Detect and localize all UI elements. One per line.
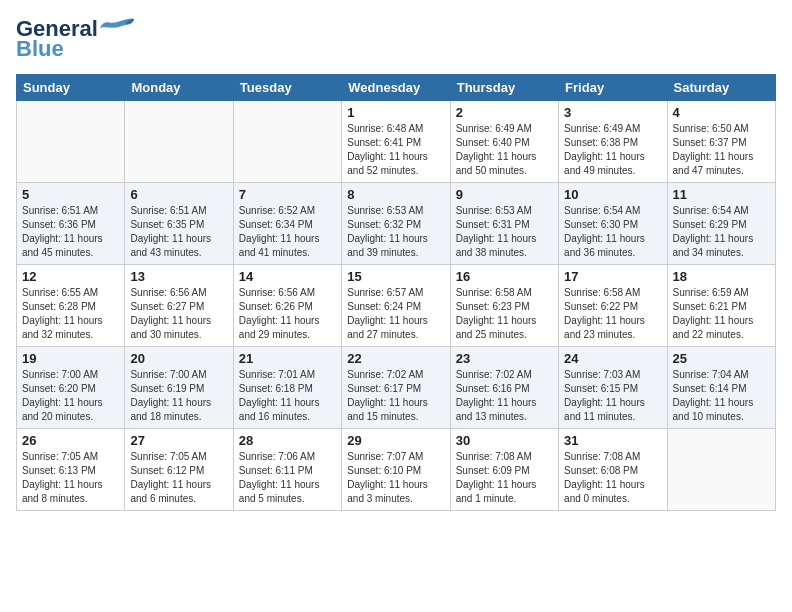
weekday-saturday: Saturday — [667, 75, 775, 101]
day-info: Sunrise: 7:01 AM Sunset: 6:18 PM Dayligh… — [239, 368, 336, 424]
day-info: Sunrise: 6:54 AM Sunset: 6:30 PM Dayligh… — [564, 204, 661, 260]
weekday-tuesday: Tuesday — [233, 75, 341, 101]
weekday-thursday: Thursday — [450, 75, 558, 101]
calendar-cell: 29Sunrise: 7:07 AM Sunset: 6:10 PM Dayli… — [342, 429, 450, 511]
day-info: Sunrise: 6:49 AM Sunset: 6:40 PM Dayligh… — [456, 122, 553, 178]
calendar-week-2: 5Sunrise: 6:51 AM Sunset: 6:36 PM Daylig… — [17, 183, 776, 265]
page-header: General Blue — [16, 16, 776, 62]
calendar-cell: 25Sunrise: 7:04 AM Sunset: 6:14 PM Dayli… — [667, 347, 775, 429]
day-info: Sunrise: 6:51 AM Sunset: 6:36 PM Dayligh… — [22, 204, 119, 260]
day-number: 6 — [130, 187, 227, 202]
calendar-cell: 10Sunrise: 6:54 AM Sunset: 6:30 PM Dayli… — [559, 183, 667, 265]
day-info: Sunrise: 6:59 AM Sunset: 6:21 PM Dayligh… — [673, 286, 770, 342]
day-number: 8 — [347, 187, 444, 202]
calendar-cell: 2Sunrise: 6:49 AM Sunset: 6:40 PM Daylig… — [450, 101, 558, 183]
calendar-cell: 3Sunrise: 6:49 AM Sunset: 6:38 PM Daylig… — [559, 101, 667, 183]
calendar-cell: 26Sunrise: 7:05 AM Sunset: 6:13 PM Dayli… — [17, 429, 125, 511]
calendar-cell: 1Sunrise: 6:48 AM Sunset: 6:41 PM Daylig… — [342, 101, 450, 183]
logo-bird-icon — [100, 16, 136, 38]
day-number: 1 — [347, 105, 444, 120]
day-number: 22 — [347, 351, 444, 366]
weekday-sunday: Sunday — [17, 75, 125, 101]
day-info: Sunrise: 6:55 AM Sunset: 6:28 PM Dayligh… — [22, 286, 119, 342]
calendar-cell — [667, 429, 775, 511]
day-number: 16 — [456, 269, 553, 284]
day-info: Sunrise: 7:05 AM Sunset: 6:12 PM Dayligh… — [130, 450, 227, 506]
day-info: Sunrise: 6:53 AM Sunset: 6:32 PM Dayligh… — [347, 204, 444, 260]
weekday-header-row: SundayMondayTuesdayWednesdayThursdayFrid… — [17, 75, 776, 101]
day-number: 21 — [239, 351, 336, 366]
day-info: Sunrise: 6:51 AM Sunset: 6:35 PM Dayligh… — [130, 204, 227, 260]
day-number: 9 — [456, 187, 553, 202]
calendar-cell: 8Sunrise: 6:53 AM Sunset: 6:32 PM Daylig… — [342, 183, 450, 265]
calendar-table: SundayMondayTuesdayWednesdayThursdayFrid… — [16, 74, 776, 511]
day-number: 12 — [22, 269, 119, 284]
day-info: Sunrise: 7:05 AM Sunset: 6:13 PM Dayligh… — [22, 450, 119, 506]
day-number: 26 — [22, 433, 119, 448]
calendar-cell: 27Sunrise: 7:05 AM Sunset: 6:12 PM Dayli… — [125, 429, 233, 511]
calendar-week-4: 19Sunrise: 7:00 AM Sunset: 6:20 PM Dayli… — [17, 347, 776, 429]
calendar-cell: 15Sunrise: 6:57 AM Sunset: 6:24 PM Dayli… — [342, 265, 450, 347]
weekday-monday: Monday — [125, 75, 233, 101]
day-number: 4 — [673, 105, 770, 120]
day-info: Sunrise: 7:06 AM Sunset: 6:11 PM Dayligh… — [239, 450, 336, 506]
day-number: 24 — [564, 351, 661, 366]
calendar-cell: 11Sunrise: 6:54 AM Sunset: 6:29 PM Dayli… — [667, 183, 775, 265]
day-number: 30 — [456, 433, 553, 448]
calendar-cell: 14Sunrise: 6:56 AM Sunset: 6:26 PM Dayli… — [233, 265, 341, 347]
day-info: Sunrise: 7:02 AM Sunset: 6:16 PM Dayligh… — [456, 368, 553, 424]
calendar-cell: 19Sunrise: 7:00 AM Sunset: 6:20 PM Dayli… — [17, 347, 125, 429]
calendar-cell — [17, 101, 125, 183]
day-info: Sunrise: 6:56 AM Sunset: 6:26 PM Dayligh… — [239, 286, 336, 342]
day-number: 25 — [673, 351, 770, 366]
day-info: Sunrise: 6:57 AM Sunset: 6:24 PM Dayligh… — [347, 286, 444, 342]
calendar-cell: 17Sunrise: 6:58 AM Sunset: 6:22 PM Dayli… — [559, 265, 667, 347]
calendar-cell — [233, 101, 341, 183]
day-info: Sunrise: 6:54 AM Sunset: 6:29 PM Dayligh… — [673, 204, 770, 260]
weekday-wednesday: Wednesday — [342, 75, 450, 101]
calendar-body: 1Sunrise: 6:48 AM Sunset: 6:41 PM Daylig… — [17, 101, 776, 511]
calendar-cell: 6Sunrise: 6:51 AM Sunset: 6:35 PM Daylig… — [125, 183, 233, 265]
calendar-cell: 20Sunrise: 7:00 AM Sunset: 6:19 PM Dayli… — [125, 347, 233, 429]
day-number: 20 — [130, 351, 227, 366]
calendar-cell: 22Sunrise: 7:02 AM Sunset: 6:17 PM Dayli… — [342, 347, 450, 429]
day-number: 3 — [564, 105, 661, 120]
day-info: Sunrise: 7:00 AM Sunset: 6:20 PM Dayligh… — [22, 368, 119, 424]
day-number: 13 — [130, 269, 227, 284]
day-number: 17 — [564, 269, 661, 284]
day-number: 5 — [22, 187, 119, 202]
calendar-cell: 31Sunrise: 7:08 AM Sunset: 6:08 PM Dayli… — [559, 429, 667, 511]
day-info: Sunrise: 7:08 AM Sunset: 6:09 PM Dayligh… — [456, 450, 553, 506]
calendar-cell: 12Sunrise: 6:55 AM Sunset: 6:28 PM Dayli… — [17, 265, 125, 347]
calendar-cell: 28Sunrise: 7:06 AM Sunset: 6:11 PM Dayli… — [233, 429, 341, 511]
day-number: 15 — [347, 269, 444, 284]
day-number: 19 — [22, 351, 119, 366]
calendar-cell: 9Sunrise: 6:53 AM Sunset: 6:31 PM Daylig… — [450, 183, 558, 265]
day-info: Sunrise: 6:53 AM Sunset: 6:31 PM Dayligh… — [456, 204, 553, 260]
logo-blue: Blue — [16, 36, 64, 62]
day-number: 14 — [239, 269, 336, 284]
day-info: Sunrise: 6:49 AM Sunset: 6:38 PM Dayligh… — [564, 122, 661, 178]
day-info: Sunrise: 7:02 AM Sunset: 6:17 PM Dayligh… — [347, 368, 444, 424]
calendar-cell: 7Sunrise: 6:52 AM Sunset: 6:34 PM Daylig… — [233, 183, 341, 265]
day-number: 18 — [673, 269, 770, 284]
calendar-week-3: 12Sunrise: 6:55 AM Sunset: 6:28 PM Dayli… — [17, 265, 776, 347]
day-number: 27 — [130, 433, 227, 448]
calendar-cell: 4Sunrise: 6:50 AM Sunset: 6:37 PM Daylig… — [667, 101, 775, 183]
calendar-cell: 5Sunrise: 6:51 AM Sunset: 6:36 PM Daylig… — [17, 183, 125, 265]
day-info: Sunrise: 7:04 AM Sunset: 6:14 PM Dayligh… — [673, 368, 770, 424]
calendar-cell: 24Sunrise: 7:03 AM Sunset: 6:15 PM Dayli… — [559, 347, 667, 429]
calendar-cell: 18Sunrise: 6:59 AM Sunset: 6:21 PM Dayli… — [667, 265, 775, 347]
day-number: 11 — [673, 187, 770, 202]
day-number: 10 — [564, 187, 661, 202]
day-info: Sunrise: 6:56 AM Sunset: 6:27 PM Dayligh… — [130, 286, 227, 342]
day-info: Sunrise: 7:08 AM Sunset: 6:08 PM Dayligh… — [564, 450, 661, 506]
calendar-cell: 13Sunrise: 6:56 AM Sunset: 6:27 PM Dayli… — [125, 265, 233, 347]
day-number: 7 — [239, 187, 336, 202]
calendar-cell: 21Sunrise: 7:01 AM Sunset: 6:18 PM Dayli… — [233, 347, 341, 429]
calendar-cell — [125, 101, 233, 183]
day-number: 31 — [564, 433, 661, 448]
day-info: Sunrise: 7:03 AM Sunset: 6:15 PM Dayligh… — [564, 368, 661, 424]
calendar-week-5: 26Sunrise: 7:05 AM Sunset: 6:13 PM Dayli… — [17, 429, 776, 511]
calendar-cell: 30Sunrise: 7:08 AM Sunset: 6:09 PM Dayli… — [450, 429, 558, 511]
